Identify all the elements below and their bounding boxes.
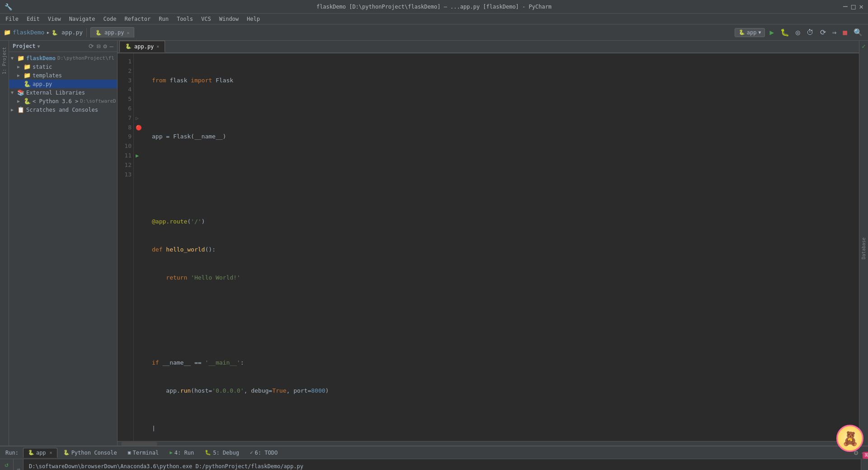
mascot-image: 🧸 英 xyxy=(832,420,868,456)
gutter-7: ▷ xyxy=(136,114,143,123)
window-controls: ─ □ ✕ xyxy=(843,2,863,11)
run-config-selector[interactable]: 🐍 app ▼ xyxy=(735,28,765,37)
code-line-10 xyxy=(152,330,859,339)
code-line-5 xyxy=(152,189,859,198)
breadcrumb-project[interactable]: flaskDemo xyxy=(13,29,44,36)
expand-arrow-static: ▶ xyxy=(17,64,24,69)
maximize-button[interactable]: □ xyxy=(851,2,856,11)
bottom-tab-todo[interactable]: ✓ 6: TODO xyxy=(245,448,283,458)
menu-code[interactable]: Code xyxy=(100,15,120,23)
breakpoint-icon: 🔴 xyxy=(136,125,142,131)
bottom-tab-run[interactable]: ▶ 4: Run xyxy=(165,448,199,458)
close-tab-btn[interactable]: ✕ xyxy=(127,30,129,35)
bottom-tab-python-label: Python Console xyxy=(71,450,117,456)
menu-view[interactable]: View xyxy=(44,15,65,23)
bottom-tab-app-close[interactable]: ✕ xyxy=(50,450,52,455)
tree-item-python36[interactable]: ▶ 🐍 < Python 3.6 > D:\softwareD xyxy=(9,97,117,105)
menu-bar: File Edit View Navigate Code Refactor Ru… xyxy=(0,14,868,24)
code-line-8: return 'Hello World!' xyxy=(152,273,859,283)
search-everywhere-button[interactable]: 🔍 xyxy=(852,27,864,38)
menu-run[interactable]: Run xyxy=(155,15,172,23)
bottom-tabs-bar: Run: 🐍 app ✕ 🐍 Python Console ▣ Terminal… xyxy=(0,446,868,459)
run-indicator-icon: ▷ xyxy=(136,115,139,121)
tree-item-templates[interactable]: ▶ 📁 templates xyxy=(9,71,117,80)
console-scrollbar[interactable] xyxy=(861,459,868,470)
collapse-all-btn[interactable]: ⊟ xyxy=(97,43,100,50)
bottom-tab-app[interactable]: 🐍 app ✕ xyxy=(23,448,57,458)
tree-item-external-libs[interactable]: ▼ 📚 External Libraries xyxy=(9,88,117,97)
rerun-btn[interactable]: ↺ xyxy=(5,461,8,468)
editor-tab-apppy[interactable]: 🐍 app.py ✕ xyxy=(90,27,134,38)
bottom-tab-app-label: app xyxy=(36,450,46,456)
expand-arrow-external: ▼ xyxy=(11,90,17,95)
database-panel-tab[interactable]: Database xyxy=(859,52,868,446)
horizontal-scrollbar[interactable] xyxy=(118,441,859,446)
bottom-tab-run-label: 4: Run xyxy=(175,450,194,456)
run-config-dropdown: ▼ xyxy=(758,30,761,35)
run-button[interactable]: ▶ xyxy=(768,27,776,38)
code-editor[interactable]: from flask import Flask app = Flask(__na… xyxy=(145,53,859,441)
gutter-1 xyxy=(136,57,143,66)
python-console-icon: 🐍 xyxy=(63,450,70,456)
step-button[interactable]: ⇒ xyxy=(830,27,839,38)
window-title: flaskDemo [D:\pythonProject\flaskDemo] –… xyxy=(316,4,552,10)
menu-window[interactable]: Window xyxy=(216,15,242,23)
run-coverage-button[interactable]: ◎ xyxy=(794,27,802,38)
bottom-tab-terminal-label: Terminal xyxy=(132,450,159,456)
scrollbar-thumb[interactable] xyxy=(121,442,157,446)
expand-arrow-py36: ▶ xyxy=(17,99,24,104)
app-run-icon: 🐍 xyxy=(28,450,34,456)
bottom-tab-terminal[interactable]: ▣ Terminal xyxy=(123,448,164,458)
left-tab-icons: 1: Project xyxy=(2,47,7,74)
bottom-tab-python-console[interactable]: 🐍 Python Console xyxy=(58,448,122,458)
run-label: Run: xyxy=(2,450,22,456)
folder-icon-templates: 📁 xyxy=(24,72,31,79)
project-header-actions: ⟳ ⊟ ⚙ – xyxy=(89,43,113,50)
stop-button[interactable]: ■ xyxy=(841,27,849,38)
left-tab-strip: 1: Project xyxy=(0,41,9,446)
hide-panel-btn[interactable]: – xyxy=(110,43,113,50)
bottom-tab-debug[interactable]: 🐛 5: Debug xyxy=(200,448,244,458)
console-command-line: D:\softwareDown\browserDown\Anaconda3.6\… xyxy=(29,462,855,470)
menu-refactor[interactable]: Refactor xyxy=(121,15,154,23)
gutter-4 xyxy=(136,85,143,95)
code-line-4 xyxy=(152,161,859,170)
project-label: Project xyxy=(13,43,36,49)
menu-edit[interactable]: Edit xyxy=(23,15,43,23)
terminal-icon: ▣ xyxy=(128,450,131,456)
menu-file[interactable]: File xyxy=(2,15,22,23)
code-gutter: ▷ 🔴 ▶ xyxy=(134,53,145,441)
close-button[interactable]: ✕ xyxy=(859,2,863,11)
database-label[interactable]: Database xyxy=(859,236,868,261)
tab-1-project[interactable]: 1: Project xyxy=(2,47,7,74)
tree-item-scratches[interactable]: ▶ 📋 Scratches and Consoles xyxy=(9,105,117,114)
no-errors-icon: ✓ xyxy=(862,43,865,50)
profile-button[interactable]: ⏱ xyxy=(805,27,816,38)
toolbar-right: 🐍 app ▼ ▶ 🐛 ◎ ⏱ ⟳ ⇒ ■ 🔍 xyxy=(735,27,864,38)
debug-tab-icon: 🐛 xyxy=(205,450,211,456)
menu-navigate[interactable]: Navigate xyxy=(66,15,99,23)
debug-button[interactable]: 🐛 xyxy=(778,27,791,38)
editor-tab-close[interactable]: ✕ xyxy=(156,44,159,49)
project-panel-header: Project ▼ ⟳ ⊟ ⚙ – xyxy=(9,41,117,52)
gutter-8: 🔴 xyxy=(136,123,143,133)
code-container[interactable]: 1 2 3 4 5 6 7 8 9 10 11 12 13 xyxy=(118,53,859,441)
code-line-7: def hello_world(): xyxy=(152,245,859,255)
sync-files-btn[interactable]: ⟳ xyxy=(89,43,94,50)
editor-tab-apppy[interactable]: 🐍 app.py ✕ xyxy=(119,41,165,52)
tree-item-apppy[interactable]: ▶ 🐍 app.py xyxy=(9,80,117,88)
settings-btn[interactable]: ⚙ xyxy=(103,43,107,50)
tree-item-flaskdemo[interactable]: ▼ 📁 flaskDemo D:\pythonProject\fl xyxy=(9,54,117,62)
favorites-label[interactable]: 2: Favorites xyxy=(16,468,21,470)
menu-vcs[interactable]: VCS xyxy=(198,15,215,23)
concurrency-button[interactable]: ⟳ xyxy=(818,27,828,38)
console-output: ↺ ↑ ■ ↓ ⏸ ≡ 2: Favorites Z: Structure D:… xyxy=(0,459,868,470)
menu-tools[interactable]: Tools xyxy=(173,15,197,23)
expand-arrow-flaskdemo: ▼ xyxy=(11,56,17,61)
menu-help[interactable]: Help xyxy=(243,15,264,23)
tree-item-static[interactable]: ▶ 📁 static xyxy=(9,62,117,71)
minimize-button[interactable]: ─ xyxy=(843,2,848,11)
project-dropdown[interactable]: ▼ xyxy=(38,44,40,49)
py-icon: 🐍 xyxy=(95,30,102,36)
scratches-icon: 📋 xyxy=(17,106,24,113)
